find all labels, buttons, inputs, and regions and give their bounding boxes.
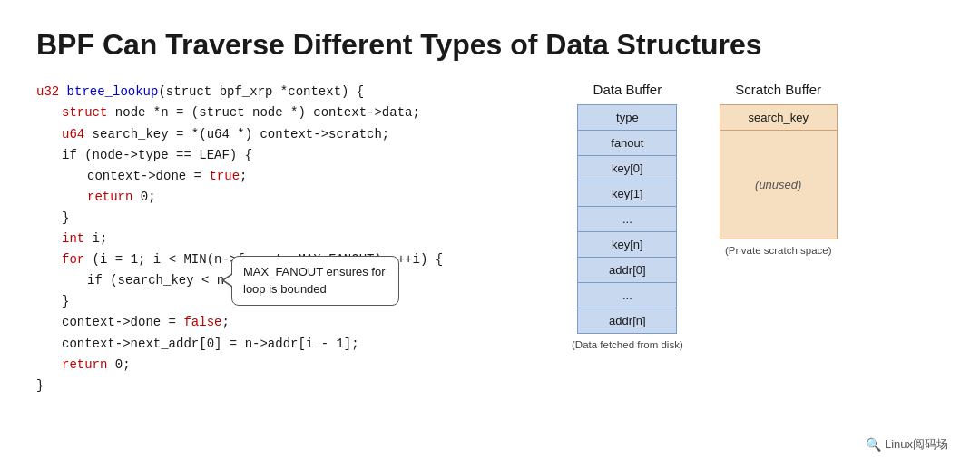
callout-box: MAX_FANOUT ensures for loop is bounded <box>231 256 399 305</box>
callout-text: MAX_FANOUT ensures for loop is bounded <box>243 265 386 295</box>
code-token: 0; <box>107 357 130 372</box>
data-buffer-cell: addr[n] <box>578 308 677 334</box>
data-buffer-cell: type <box>578 105 677 131</box>
code-token: u64 <box>62 127 84 142</box>
code-token: node *n = (struct node *) context->data; <box>107 105 419 120</box>
code-token: search_key = *(u64 *) context->scratch; <box>84 127 389 142</box>
buffers-section: Data Buffer typefanoutkey[0]key[1]...key… <box>572 82 838 350</box>
scratch-buffer-container: Scratch Buffer search_key(unused) (Priva… <box>720 82 838 256</box>
code-line: context->next_addr[0] = n->addr[i - 1]; <box>36 334 544 355</box>
code-token: true <box>209 169 240 183</box>
code-token: return <box>87 190 132 204</box>
code-line: context->done = true; <box>36 166 544 187</box>
data-buffer-cell: ... <box>578 207 677 232</box>
data-buffer-cell: fanout <box>578 131 677 156</box>
code-token: } <box>36 378 44 393</box>
code-token: btree_lookup <box>67 84 159 99</box>
slide: BPF Can Traverse Different Types of Data… <box>0 0 980 469</box>
code-token: } <box>62 210 69 225</box>
data-buffer-caption: (Data fetched from disk) <box>572 339 683 350</box>
code-line: int i; <box>36 229 544 249</box>
code-line: u64 search_key = *(u64 *) context->scrat… <box>36 124 544 145</box>
code-token: int <box>62 231 84 246</box>
scratch-buffer-title: Scratch Buffer <box>735 82 821 97</box>
code-token: false <box>183 315 221 329</box>
code-block: u32 btree_lookup(struct bpf_xrp *context… <box>36 82 544 396</box>
watermark-text: Linux阅码场 <box>885 436 948 453</box>
code-token: context->done = <box>62 315 183 329</box>
scratch-unused-cell: (unused) <box>720 131 837 239</box>
code-token: (struct bpf_xrp *context) { <box>158 84 364 99</box>
data-buffer-cell: addr[0] <box>578 258 677 283</box>
code-token: return <box>62 357 107 372</box>
code-line: if (node->type == LEAF) { <box>36 145 544 166</box>
scratch-buffer-table: search_key(unused) <box>720 104 838 239</box>
code-line: } <box>36 376 544 396</box>
data-buffer-cell: key[n] <box>578 232 677 258</box>
code-line: u32 btree_lookup(struct bpf_xrp *context… <box>36 82 544 103</box>
code-line: } <box>36 208 544 229</box>
code-line: context->done = false; <box>36 312 544 333</box>
scratch-key-cell: search_key <box>720 105 837 131</box>
data-buffer-title: Data Buffer <box>593 82 662 97</box>
code-token: ; <box>221 315 229 329</box>
code-line: struct node *n = (struct node *) context… <box>36 103 544 123</box>
data-buffer-cell: key[0] <box>578 156 677 181</box>
code-line: return 0; <box>36 355 544 376</box>
data-buffer-cell: ... <box>578 283 677 308</box>
data-buffer-cell: key[1] <box>578 181 677 207</box>
code-token: ; <box>240 169 247 183</box>
code-token: } <box>62 294 69 308</box>
code-token: struct <box>62 105 107 120</box>
watermark-icon: 🔍 <box>866 437 881 452</box>
code-token: if (node->type == LEAF) { <box>62 148 252 162</box>
code-token: u32 <box>36 84 67 99</box>
code-token: context->done = <box>87 169 209 183</box>
data-buffer-container: Data Buffer typefanoutkey[0]key[1]...key… <box>572 82 683 350</box>
watermark: 🔍 Linux阅码场 <box>866 436 948 453</box>
content-area: u32 btree_lookup(struct bpf_xrp *context… <box>36 82 944 396</box>
code-line: return 0; <box>36 187 544 208</box>
code-token: i; <box>84 231 107 246</box>
code-section: u32 btree_lookup(struct bpf_xrp *context… <box>36 82 544 396</box>
slide-title: BPF Can Traverse Different Types of Data… <box>36 27 944 62</box>
code-token: 0; <box>132 190 155 204</box>
data-buffer-table: typefanoutkey[0]key[1]...key[n]addr[0]..… <box>577 104 677 334</box>
code-token: context->next_addr[0] = n->addr[i - 1]; <box>62 337 359 351</box>
code-token: for <box>62 252 84 267</box>
scratch-buffer-caption: (Private scratch space) <box>725 245 832 256</box>
